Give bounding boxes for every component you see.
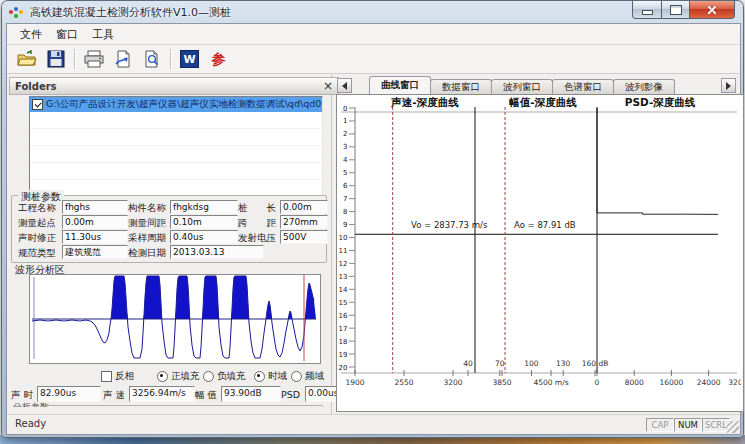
title-bar[interactable]: 高铁建筑混凝土检测分析软件V1.0—测桩 xyxy=(2,1,743,23)
svg-text:40: 40 xyxy=(463,359,473,368)
tab-spectrum-window[interactable]: 色谱窗口 xyxy=(552,79,614,94)
param-label: 测量间距 xyxy=(128,217,166,230)
maximize-icon xyxy=(670,5,682,15)
param-field[interactable]: 2013.03.13 xyxy=(170,245,264,259)
svg-text:5: 5 xyxy=(343,169,347,177)
param-label: 构件名称 xyxy=(128,202,166,215)
freq-domain-radio[interactable]: 频域 xyxy=(291,370,324,383)
display-controls: 反相 正填充 负填充 时域 频域 xyxy=(7,370,331,384)
minimize-button[interactable] xyxy=(632,1,662,19)
print-preview-button[interactable] xyxy=(138,46,165,72)
svg-text:13: 13 xyxy=(339,273,348,281)
menu-tools[interactable]: 工具 xyxy=(85,25,121,44)
param-field[interactable]: 0.40us xyxy=(170,230,238,244)
panel-close-icon[interactable]: × xyxy=(323,81,333,91)
time-domain-radio[interactable]: 时域 xyxy=(254,370,287,383)
param-label: 跨 距 xyxy=(238,217,276,230)
svg-text:8000: 8000 xyxy=(625,378,644,387)
param-field[interactable]: 建筑规范 xyxy=(62,245,128,259)
param-field[interactable]: 0.00m xyxy=(62,215,128,229)
printer-icon xyxy=(84,50,104,68)
svg-text:16: 16 xyxy=(339,312,348,320)
tab-scroll-right-button[interactable] xyxy=(721,78,736,93)
svg-text:1900: 1900 xyxy=(345,378,364,387)
param-label: 声时修正 xyxy=(18,232,56,245)
amplitude-field[interactable]: 93.90dB xyxy=(221,386,281,402)
param-label: 桩 长 xyxy=(238,202,276,215)
svg-text:9: 9 xyxy=(343,221,347,229)
param-field[interactable]: fhgkdsg xyxy=(170,200,238,214)
svg-text:3850: 3850 xyxy=(492,378,511,387)
param-field[interactable]: 0.00m xyxy=(280,200,328,214)
print-button[interactable] xyxy=(80,46,107,72)
svg-text:2: 2 xyxy=(343,130,347,138)
tab-data-window[interactable]: 数据窗口 xyxy=(430,79,492,94)
pile-params-groupbox: 测桩参数 工程名称 fhghs 构件名称 fhgkdsg 桩 长 0.00m 测… xyxy=(11,195,327,263)
app-icon xyxy=(9,6,25,19)
param-label: 测量起点 xyxy=(18,217,56,230)
svg-text:130: 130 xyxy=(556,359,571,368)
svg-text:Ao = 87.91 dB: Ao = 87.91 dB xyxy=(514,220,576,230)
save-button[interactable] xyxy=(42,46,69,72)
negative-fill-radio[interactable]: 负填充 xyxy=(203,370,246,383)
param-field[interactable]: 0.10m xyxy=(170,215,238,229)
magnifier-page-icon xyxy=(143,50,161,68)
svg-text:0: 0 xyxy=(343,105,347,113)
svg-text:Vo = 2837.73 m/s: Vo = 2837.73 m/s xyxy=(411,220,488,230)
svg-text:10: 10 xyxy=(339,234,348,242)
menu-file[interactable]: 文件 xyxy=(13,25,49,44)
list-item-selected[interactable]: G:\公司产品设计开发\超声仪器\超声仪实地检测数据调试\qd\qd03\qd0… xyxy=(30,97,322,112)
word-icon: W xyxy=(180,50,199,68)
depth-curves-svg: 01234567891011121314151617181920声速-深度曲线1… xyxy=(337,95,741,409)
readout-label: 声 速 xyxy=(103,389,125,402)
tab-scroll-left-button[interactable] xyxy=(337,78,352,93)
curve-window-panel: 曲线窗口 数据窗口 波列窗口 色谱窗口 波列影像 012345678910111… xyxy=(333,74,740,414)
checkbox-checked-icon[interactable] xyxy=(32,99,43,110)
tab-curve-window[interactable]: 曲线窗口 xyxy=(369,76,431,94)
folders-panel-header[interactable]: Folders × xyxy=(9,77,339,95)
clipped-group-label: 分析参数 xyxy=(13,401,49,407)
param-field[interactable]: 270mm xyxy=(280,215,328,229)
param-field[interactable]: 500V xyxy=(280,230,328,244)
radio-icon[interactable] xyxy=(291,371,302,382)
svg-text:24000: 24000 xyxy=(697,378,721,387)
folder-open-icon xyxy=(17,50,37,68)
export-report-button[interactable] xyxy=(109,46,136,72)
resize-grip[interactable] xyxy=(727,421,739,433)
toolbar: W 参 xyxy=(7,45,740,74)
param-field[interactable]: fhghs xyxy=(62,200,128,214)
tab-wavetrain-image[interactable]: 波列影像 xyxy=(613,79,675,94)
app-window: 高铁建筑混凝土检测分析软件V1.0—测桩 文件 窗口 工具 xyxy=(2,1,743,437)
minimize-icon xyxy=(642,10,653,15)
folders-list[interactable]: G:\公司产品设计开发\超声仪器\超声仪实地检测数据调试\qd\qd03\qd0… xyxy=(29,96,323,196)
svg-text:幅值-深度曲线: 幅值-深度曲线 xyxy=(508,96,577,108)
menu-bar: 文件 窗口 工具 xyxy=(7,24,740,45)
param-field[interactable]: 11.30us xyxy=(62,230,128,244)
sound-time-field[interactable]: 82.90us xyxy=(37,386,101,402)
svg-text:3200: 3200 xyxy=(443,378,462,387)
chart-area: 01234567891011121314151617181920声速-深度曲线1… xyxy=(336,94,744,412)
svg-text:70: 70 xyxy=(495,359,505,368)
status-bar: Ready CAP NUM SCRL xyxy=(7,414,740,434)
tab-wavetrain-window[interactable]: 波列窗口 xyxy=(491,79,553,94)
list-empty-row xyxy=(30,163,322,180)
folders-panel-title: Folders xyxy=(15,81,57,92)
svg-text:14: 14 xyxy=(339,286,348,294)
sound-velocity-field[interactable]: 3256.94m/s xyxy=(129,386,195,402)
parameter-settings-button[interactable]: 参 xyxy=(205,46,232,72)
status-text: Ready xyxy=(15,418,46,429)
invert-checkbox[interactable]: 反相 xyxy=(101,370,134,383)
radio-selected-icon[interactable] xyxy=(157,371,168,382)
open-file-button[interactable] xyxy=(13,46,40,72)
positive-fill-radio[interactable]: 正填充 xyxy=(157,370,200,383)
radio-icon[interactable] xyxy=(203,371,214,382)
close-button[interactable] xyxy=(690,1,735,19)
menu-window[interactable]: 窗口 xyxy=(49,25,85,44)
param-label: 工程名称 xyxy=(18,202,56,215)
window-title: 高铁建筑混凝土检测分析软件V1.0—测桩 xyxy=(30,5,231,20)
checkbox-icon[interactable] xyxy=(101,371,112,382)
maximize-button[interactable] xyxy=(662,1,690,19)
word-export-button[interactable]: W xyxy=(176,46,203,72)
param-char-icon: 参 xyxy=(212,51,226,67)
radio-selected-icon[interactable] xyxy=(254,371,265,382)
